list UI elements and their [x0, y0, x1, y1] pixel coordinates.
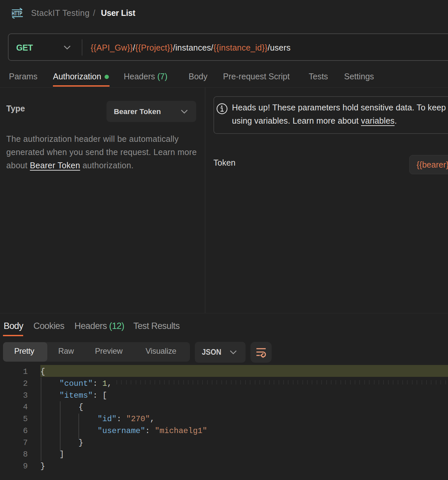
svg-text:HTTP: HTTP: [12, 10, 22, 17]
